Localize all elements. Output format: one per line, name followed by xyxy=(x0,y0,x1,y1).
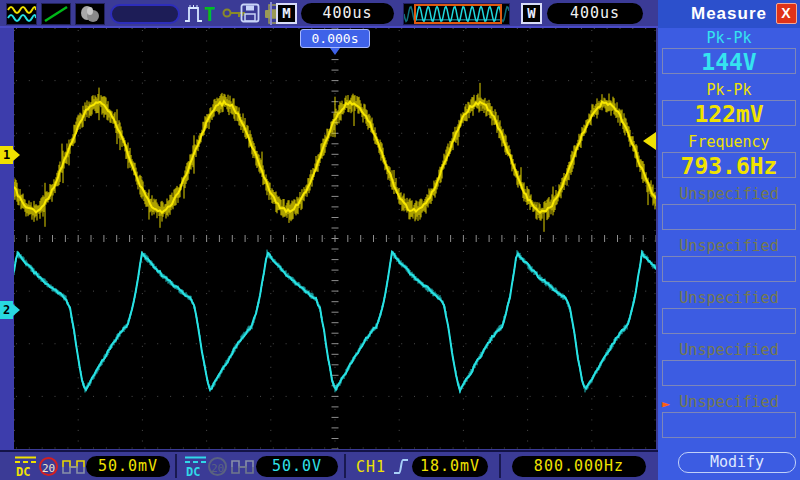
ch2-bandwidth-limit-icon: 20 xyxy=(208,457,227,476)
measure-item-value xyxy=(662,204,796,230)
measure-item-label-text: Unspecified xyxy=(679,393,778,411)
measure-item-label-text: Unspecified xyxy=(679,237,778,255)
modify-button[interactable]: Modify xyxy=(678,452,796,473)
measure-item[interactable]: ►Unspecified xyxy=(658,186,800,238)
measure-panel-title: Measure X xyxy=(658,0,800,28)
trigger-frequency-counter: 800.000Hz xyxy=(512,456,646,477)
trigger-level-marker[interactable] xyxy=(643,132,656,150)
ch2-invert-icon xyxy=(231,459,255,475)
graticule xyxy=(14,28,656,449)
horizontal-position-tag[interactable]: 0.000s xyxy=(300,29,370,48)
window-timebase-label: W xyxy=(521,3,542,24)
measure-item-value xyxy=(662,256,796,282)
trigger-t-icon[interactable]: T xyxy=(204,2,215,26)
measure-item[interactable]: ►Pk-Pk144V xyxy=(658,30,800,82)
measure-item-label: ►Unspecified xyxy=(658,238,800,255)
measure-item-label: ►Unspecified xyxy=(658,186,800,203)
measure-item-label: ►Unspecified xyxy=(658,342,800,359)
close-icon[interactable]: X xyxy=(776,3,797,24)
measure-item-label-text: Unspecified xyxy=(679,185,778,203)
toolbar-separator xyxy=(270,2,272,25)
main-timebase-label: M xyxy=(276,3,297,24)
measure-item-label-text: Unspecified xyxy=(679,289,778,307)
separator xyxy=(175,454,177,478)
measure-title-text: Measure xyxy=(691,4,767,23)
measure-item-value xyxy=(662,412,796,438)
hand-icon[interactable] xyxy=(75,3,105,25)
oscilloscope-screen: T M 400us W 400us 0.000s 1 2 xyxy=(0,0,800,480)
waveform-preview-glyph xyxy=(404,4,509,24)
measure-item-label: ►Frequency xyxy=(658,134,800,151)
left-margin-strip xyxy=(0,28,14,450)
svg-text:DC: DC xyxy=(186,465,200,478)
measure-item-label-text: Pk-Pk xyxy=(706,81,751,99)
ch2-trace xyxy=(14,250,656,394)
save-icon[interactable] xyxy=(240,3,261,24)
toolbar-text-field[interactable] xyxy=(110,4,180,24)
ch1-bandwidth-limit-icon: 20 xyxy=(39,457,58,476)
ch1-marker-label: 1 xyxy=(3,148,10,162)
separator xyxy=(499,454,501,478)
pulse-icon[interactable] xyxy=(184,3,203,25)
measure-item-label-text: Frequency xyxy=(688,133,769,151)
horizontal-position-pointer-icon xyxy=(330,48,340,55)
channel-waveforms-icon[interactable] xyxy=(6,3,37,25)
measure-item-label: ►Pk-Pk xyxy=(658,82,800,99)
separator xyxy=(344,454,346,478)
measure-item[interactable]: ►Unspecified xyxy=(658,238,800,290)
measure-item-value xyxy=(662,308,796,334)
measure-item-label-text: Unspecified xyxy=(679,341,778,359)
main-timebase-value: 400us xyxy=(301,3,394,24)
ch1-marker-arrow-icon xyxy=(13,149,20,161)
measure-item-label: ►Unspecified xyxy=(658,394,800,411)
measure-item-value: 793.6Hz xyxy=(662,152,796,178)
status-bar: DC 20 50.0mV DC 20 50.0V CH1 18.0mV 800.… xyxy=(0,450,658,480)
ch2-scale-value: 50.0V xyxy=(256,456,338,477)
ch1-invert-icon xyxy=(62,459,86,475)
ch2-marker-arrow-icon xyxy=(13,304,20,316)
ch1-coupling-dc-icon: DC xyxy=(13,455,38,478)
line-draw-icon[interactable] xyxy=(41,3,71,25)
toolbar: T M 400us W 400us xyxy=(0,0,658,28)
trigger-level-value: 18.0mV xyxy=(412,456,488,477)
ch2-ground-marker[interactable]: 2 xyxy=(0,301,13,319)
measure-item[interactable]: ►Unspecified xyxy=(658,342,800,394)
measure-item-label-text: Pk-Pk xyxy=(706,29,751,47)
ch2-coupling-dc-icon: DC xyxy=(183,455,208,478)
window-timebase-value: 400us xyxy=(547,3,643,24)
rising-edge-icon xyxy=(392,456,410,477)
measure-item[interactable]: ►Pk-Pk122mV xyxy=(658,82,800,134)
ch2-marker-label: 2 xyxy=(3,303,10,317)
ch1-scale-value: 50.0mV xyxy=(86,456,170,477)
measure-item-value: 144V xyxy=(662,48,796,74)
measure-item-value xyxy=(662,360,796,386)
measure-item[interactable]: ►Frequency793.6Hz xyxy=(658,134,800,186)
trigger-source-label: CH1 xyxy=(356,458,386,476)
measure-item-label: ►Pk-Pk xyxy=(658,30,800,47)
waveform-preview[interactable] xyxy=(403,3,510,25)
measure-items-list: ►Pk-Pk144V►Pk-Pk122mV►Frequency793.6Hz►U… xyxy=(658,30,800,446)
measure-item[interactable]: ►Unspecified xyxy=(658,394,800,446)
channel-waveforms-glyph xyxy=(7,4,36,24)
measure-item-value: 122mV xyxy=(662,100,796,126)
selected-arrow-icon: ► xyxy=(662,395,670,412)
measure-panel: Measure X ►Pk-Pk144V►Pk-Pk122mV►Frequenc… xyxy=(658,0,800,480)
measure-item[interactable]: ►Unspecified xyxy=(658,290,800,342)
svg-text:DC: DC xyxy=(16,465,30,478)
ch1-ground-marker[interactable]: 1 xyxy=(0,146,13,164)
measure-item-label: ►Unspecified xyxy=(658,290,800,307)
